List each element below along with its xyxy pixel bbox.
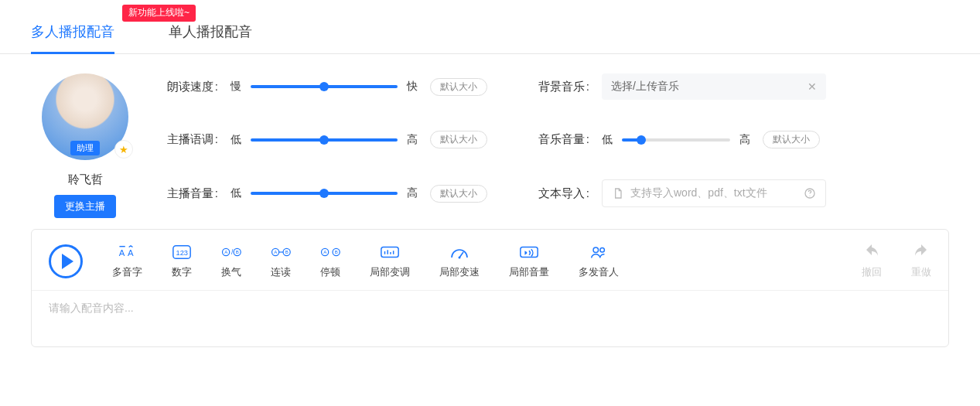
change-voice-button[interactable]: 更换主播	[54, 195, 116, 218]
tool-number[interactable]: 123 数字	[172, 244, 192, 279]
play-icon	[62, 254, 73, 269]
svg-text:B: B	[236, 249, 239, 254]
bgm-select[interactable]: 选择/上传音乐 ✕	[602, 73, 826, 100]
tool-undo-label: 撤回	[862, 265, 882, 279]
svg-point-1	[809, 196, 810, 196]
svg-point-24	[600, 247, 605, 252]
svg-point-23	[593, 247, 599, 253]
speed-min-label: 慢	[230, 80, 241, 94]
svg-text:B: B	[335, 249, 338, 254]
speed-max-label: 快	[407, 80, 418, 94]
new-feature-badge: 新功能上线啦~	[122, 5, 196, 22]
speed-default-button[interactable]: 默认大小	[430, 78, 487, 96]
tool-number-label: 数字	[172, 265, 192, 279]
tool-liaison[interactable]: A B 连读	[271, 244, 291, 279]
tool-local-speed[interactable]: 局部变速	[439, 244, 480, 279]
favorite-star-icon[interactable]: ★	[114, 140, 133, 159]
tool-pause-label: 停顿	[320, 265, 340, 279]
svg-text:A: A	[274, 249, 278, 254]
volume-slider[interactable]	[251, 192, 398, 195]
tool-liaison-label: 连读	[271, 265, 291, 279]
breath-icon: A / B	[221, 244, 241, 261]
reading-speed-slider[interactable]	[251, 85, 398, 88]
document-icon	[612, 187, 624, 200]
tool-local-pitch[interactable]: 局部变调	[370, 244, 410, 279]
voice-profile: 助理 ★ 聆飞哲 更换主播	[31, 73, 139, 229]
svg-text:A: A	[323, 249, 327, 254]
reading-speed-label: 朗读速度	[162, 80, 218, 94]
svg-text:A: A	[128, 248, 134, 258]
tool-multivoice-label: 多发音人	[579, 265, 619, 279]
tool-local-speed-label: 局部变速	[439, 265, 480, 279]
bgvol-slider[interactable]	[622, 138, 730, 142]
voice-name: 聆飞哲	[68, 172, 103, 187]
tool-polyphone-label: 多音字	[112, 265, 142, 279]
tone-label: 主播语调	[162, 132, 218, 147]
tool-pause[interactable]: A B 停顿	[320, 244, 340, 279]
multivoice-icon	[589, 244, 609, 261]
editor-toolbar: A A 多音字 123 数字 A / B	[32, 230, 948, 290]
polyphone-icon: A A	[118, 244, 138, 261]
svg-text:B: B	[285, 249, 289, 254]
tone-default-button[interactable]: 默认大小	[430, 131, 487, 148]
tool-redo-label: 重做	[911, 265, 931, 279]
tool-local-volume-label: 局部音量	[509, 265, 549, 279]
import-box[interactable]: 支持导入word、pdf、txt文件	[602, 179, 826, 207]
bgm-clear-icon[interactable]: ✕	[808, 80, 817, 93]
bgvol-label: 音乐音量	[534, 132, 589, 147]
local-pitch-icon	[380, 244, 400, 261]
volume-max-label: 高	[407, 186, 418, 200]
pause-icon: A B	[320, 244, 340, 261]
tool-breath[interactable]: A / B 换气	[221, 244, 241, 279]
tool-polyphone[interactable]: A A 多音字	[112, 244, 142, 279]
tab-multi-voice[interactable]: 多人播报配音	[31, 22, 114, 53]
svg-text:A: A	[118, 248, 125, 258]
editor-textarea[interactable]: 请输入配音内容...	[32, 290, 948, 346]
local-volume-icon	[519, 244, 539, 261]
avatar-role-tag: 助理	[70, 141, 100, 155]
tone-min-label: 低	[230, 133, 241, 147]
tool-redo[interactable]: 重做	[911, 244, 931, 279]
tool-undo[interactable]: 撤回	[862, 244, 882, 279]
tone-max-label: 高	[407, 133, 418, 147]
bgvol-max-label: 高	[739, 133, 750, 147]
tool-breath-label: 换气	[221, 265, 241, 279]
bgvol-min-label: 低	[602, 133, 613, 147]
tool-local-volume[interactable]: 局部音量	[509, 244, 549, 279]
undo-icon	[862, 244, 882, 261]
bgm-placeholder: 选择/上传音乐	[611, 80, 679, 94]
tool-local-pitch-label: 局部变调	[370, 265, 410, 279]
local-speed-icon	[449, 244, 470, 261]
bgm-label: 背景音乐	[534, 80, 589, 94]
tab-single-voice[interactable]: 单人播报配音	[169, 22, 252, 53]
svg-text:A: A	[224, 249, 228, 254]
play-button[interactable]	[49, 244, 83, 278]
volume-default-button[interactable]: 默认大小	[430, 185, 487, 203]
tone-slider[interactable]	[251, 138, 398, 142]
help-icon[interactable]	[804, 187, 816, 200]
tool-multivoice[interactable]: 多发音人	[579, 244, 619, 279]
redo-icon	[911, 244, 931, 261]
import-label: 文本导入	[534, 186, 589, 201]
svg-text:123: 123	[176, 249, 188, 257]
volume-min-label: 低	[230, 186, 241, 200]
bgvol-default-button[interactable]: 默认大小	[763, 131, 820, 148]
svg-rect-22	[521, 247, 538, 258]
svg-rect-20	[381, 247, 398, 258]
svg-point-21	[459, 257, 461, 259]
volume-label: 主播音量	[162, 186, 218, 201]
liaison-icon: A B	[271, 244, 291, 261]
import-hint: 支持导入word、pdf、txt文件	[630, 186, 767, 200]
number-icon: 123	[172, 244, 192, 261]
